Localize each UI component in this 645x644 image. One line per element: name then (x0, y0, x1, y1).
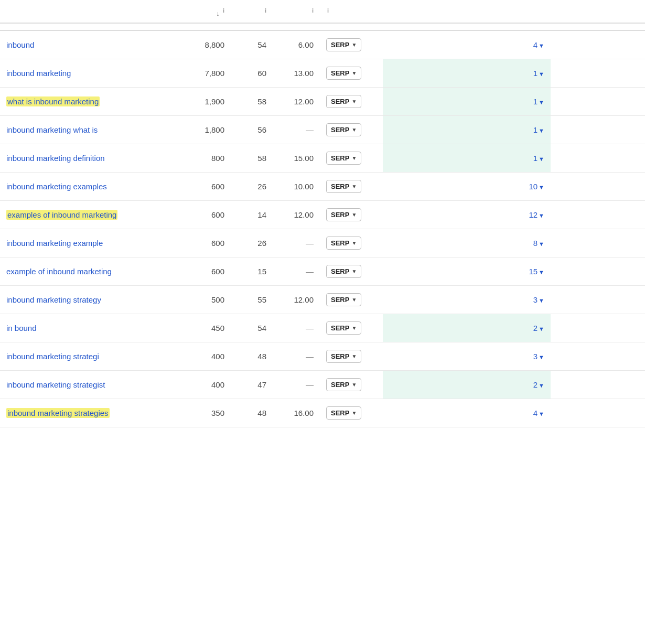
cpc-cell: 12.00 (273, 88, 320, 116)
serp-button[interactable]: SERP ▼ (326, 378, 361, 391)
serp-dropdown-arrow: ▼ (351, 297, 357, 303)
position-cell: 4▼ (383, 30, 551, 59)
col-header-volume[interactable]: ↓ i (168, 0, 231, 23)
serp-dropdown-arrow: ▼ (351, 353, 357, 359)
cpc-value: 12.00 (294, 295, 314, 304)
cpc-dash: — (306, 324, 314, 332)
position-cell: 3▼ (383, 286, 551, 314)
volume-cell: 400 (168, 342, 231, 371)
keyword-cell: inbound marketing strategies (0, 399, 168, 427)
serp-button[interactable]: SERP ▼ (326, 265, 361, 278)
position-arrow: ▼ (539, 127, 544, 134)
serp-button[interactable]: SERP ▼ (326, 321, 361, 335)
volume-cell: 1,800 (168, 116, 231, 144)
serp-button[interactable]: SERP ▼ (326, 208, 361, 221)
table-row: inbound marketing example 600 26 — SERP … (0, 229, 645, 257)
serp-button[interactable]: SERP ▼ (326, 95, 361, 108)
serp-button-label: SERP (331, 239, 349, 247)
cpc-dash: — (306, 239, 314, 248)
serp-cell: SERP ▼ (320, 116, 383, 144)
serp-cell: SERP ▼ (320, 229, 383, 257)
keyword-link[interactable]: example of inbound marketing (6, 267, 112, 276)
volume-cell: 600 (168, 229, 231, 257)
cpc-dash: — (306, 267, 314, 276)
serp-button[interactable]: SERP ▼ (326, 67, 361, 80)
cpc-dash: — (306, 352, 314, 361)
keyword-link[interactable]: inbound marketing strategi (6, 352, 99, 361)
serp-dropdown-arrow: ▼ (351, 240, 357, 246)
position-arrow: ▼ (539, 382, 544, 389)
serp-button[interactable]: SERP ▼ (326, 123, 361, 136)
keyword-link[interactable]: in bound (6, 324, 37, 332)
serp-info-icon[interactable]: i (327, 7, 329, 14)
serp-button[interactable]: SERP ▼ (326, 406, 361, 420)
keyword-link[interactable]: inbound (6, 40, 34, 49)
serp-dropdown-arrow: ▼ (351, 382, 357, 388)
serp-button-label: SERP (331, 352, 349, 360)
position-value: 10 (529, 182, 538, 191)
position-cell: 2▼ (383, 314, 551, 342)
kd-info-icon[interactable]: i (265, 7, 266, 14)
cpc-cell: — (273, 229, 320, 257)
cpc-cell: — (273, 342, 320, 371)
position-cell: 10▼ (383, 173, 551, 201)
cpc-value: 16.00 (294, 409, 314, 417)
sort-desc-icon: ↓ (216, 9, 220, 17)
serp-button[interactable]: SERP ▼ (326, 293, 361, 306)
keyword-highlight: what is inbound marketing (6, 96, 100, 106)
serp-button[interactable]: SERP ▼ (326, 237, 361, 250)
position-arrow: ▼ (539, 99, 544, 105)
serp-dropdown-arrow: ▼ (351, 325, 357, 331)
keyword-cell: inbound marketing example (0, 229, 168, 257)
keyword-link[interactable]: inbound marketing (6, 69, 71, 78)
cpc-dash: — (306, 125, 314, 134)
position-arrow: ▼ (539, 42, 544, 49)
position-value: 4 (533, 40, 538, 49)
keyword-cell: inbound marketing strategi (0, 342, 168, 371)
serp-button-label: SERP (331, 98, 349, 105)
keyword-link[interactable]: inbound marketing definition (6, 154, 105, 163)
serp-button-label: SERP (331, 324, 349, 332)
kd-cell: 14 (231, 201, 273, 229)
keyword-link[interactable]: inbound marketing what is (6, 125, 98, 134)
cpc-cell: 13.00 (273, 59, 320, 88)
serp-button[interactable]: SERP ▼ (326, 38, 361, 51)
cpc-cell: 16.00 (273, 399, 320, 427)
serp-button[interactable]: SERP ▼ (326, 180, 361, 193)
position-value: 8 (533, 239, 538, 248)
position-arrow: ▼ (539, 411, 544, 417)
serp-button[interactable]: SERP ▼ (326, 350, 361, 363)
col-header-serp: i (320, 0, 383, 23)
cpc-cell: 6.00 (273, 30, 320, 59)
table-row: inbound 8,800 54 6.00 SERP ▼ 4▼ (0, 30, 645, 59)
position-cell: 1▼ (383, 116, 551, 144)
keyword-link[interactable]: inbound marketing strategist (6, 380, 105, 389)
kd-cell: 47 (231, 371, 273, 399)
serp-cell: SERP ▼ (320, 286, 383, 314)
serp-cell: SERP ▼ (320, 399, 383, 427)
volume-cell: 600 (168, 173, 231, 201)
position-arrow: ▼ (539, 71, 544, 77)
volume-cell: 600 (168, 201, 231, 229)
cpc-info-icon[interactable]: i (312, 7, 314, 14)
kd-cell: 60 (231, 59, 273, 88)
volume-info-icon[interactable]: i (223, 7, 224, 14)
volume-cell: 1,900 (168, 88, 231, 116)
serp-button-label: SERP (331, 154, 349, 162)
keyword-cell: inbound marketing what is (0, 116, 168, 144)
keyword-link[interactable]: inbound marketing example (6, 239, 103, 248)
table-row: inbound marketing strategist 400 47 — SE… (0, 371, 645, 399)
keyword-link[interactable]: inbound marketing examples (6, 182, 107, 191)
serp-dropdown-arrow: ▼ (351, 42, 357, 48)
cpc-cell: 12.00 (273, 201, 320, 229)
kd-cell: 15 (231, 257, 273, 286)
volume-cell: 400 (168, 371, 231, 399)
cpc-cell: 15.00 (273, 144, 320, 173)
keyword-link[interactable]: inbound marketing strategy (6, 295, 101, 304)
position-arrow: ▼ (539, 297, 544, 304)
position-value: 1 (533, 69, 538, 78)
serp-button[interactable]: SERP ▼ (326, 152, 361, 165)
serp-dropdown-arrow: ▼ (351, 410, 357, 416)
table-row: what is inbound marketing 1,900 58 12.00… (0, 88, 645, 116)
serp-dropdown-arrow: ▼ (351, 99, 357, 104)
